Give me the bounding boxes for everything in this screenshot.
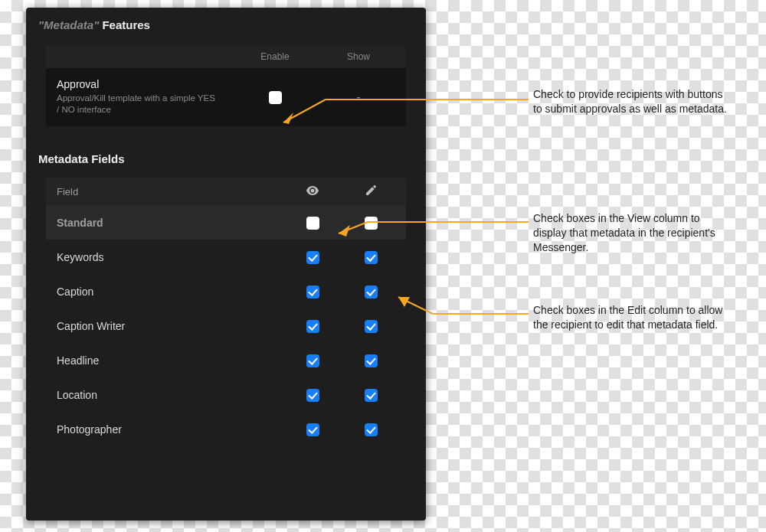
enable-callout-text: Check to provide recipients with buttons… xyxy=(533,87,732,116)
enable-callout-arrow xyxy=(272,92,532,138)
title-suffix: Features xyxy=(99,18,150,31)
location-edit-checkbox[interactable] xyxy=(365,389,378,402)
fields-header-row: Field xyxy=(46,178,406,205)
field-label: Keywords xyxy=(46,251,283,263)
view-callout-text: Check boxes in the View column to displa… xyxy=(533,211,732,255)
headline-edit-checkbox[interactable] xyxy=(365,354,378,367)
title-quoted-part: "Metadata" xyxy=(38,18,99,31)
pencil-icon xyxy=(366,186,376,197)
table-row: Caption xyxy=(46,274,406,308)
approval-feature-desc: Approval/Kill template with a simple YES… xyxy=(57,93,219,116)
table-row: Headline xyxy=(46,343,406,377)
features-header-row: Enable Show xyxy=(46,45,406,68)
captionwriter-edit-checkbox[interactable] xyxy=(365,320,378,333)
table-row: Caption Writer xyxy=(46,308,406,343)
photographer-edit-checkbox[interactable] xyxy=(365,423,378,436)
table-row: Photographer xyxy=(46,412,406,446)
keywords-view-checkbox[interactable] xyxy=(306,251,319,264)
field-label: Caption Writer xyxy=(46,320,283,332)
view-callout-arrow xyxy=(329,214,536,245)
field-label: Caption xyxy=(46,286,283,298)
edit-callout-arrow xyxy=(387,291,540,329)
caption-view-checkbox[interactable] xyxy=(306,286,319,299)
col-header-enable: Enable xyxy=(230,45,320,68)
field-label: Location xyxy=(46,389,283,401)
edit-callout-text: Check boxes in the Edit column to allow … xyxy=(533,303,732,332)
captionwriter-view-checkbox[interactable] xyxy=(306,320,319,333)
svg-marker-5 xyxy=(339,225,350,237)
eye-icon xyxy=(306,186,319,197)
view-column-header xyxy=(283,186,342,197)
col-header-show: Show xyxy=(320,45,397,68)
metadata-settings-panel: "Metadata" Features Enable Show Approval… xyxy=(26,8,426,521)
features-section-title: "Metadata" Features xyxy=(26,8,426,41)
standard-group-label: Standard xyxy=(46,217,283,229)
standard-view-checkbox[interactable] xyxy=(306,217,319,230)
keywords-edit-checkbox[interactable] xyxy=(365,251,378,264)
headline-view-checkbox[interactable] xyxy=(306,354,319,367)
col-header-field: Field xyxy=(46,186,283,197)
approval-feature-name: Approval xyxy=(57,78,219,90)
table-row: Location xyxy=(46,377,406,412)
caption-edit-checkbox[interactable] xyxy=(365,286,378,299)
field-label: Headline xyxy=(46,354,283,367)
photographer-view-checkbox[interactable] xyxy=(306,423,319,436)
fields-section-title: Metadata Fields xyxy=(26,142,426,175)
field-label: Photographer xyxy=(46,423,283,436)
edit-column-header xyxy=(342,185,400,197)
location-view-checkbox[interactable] xyxy=(306,389,319,402)
